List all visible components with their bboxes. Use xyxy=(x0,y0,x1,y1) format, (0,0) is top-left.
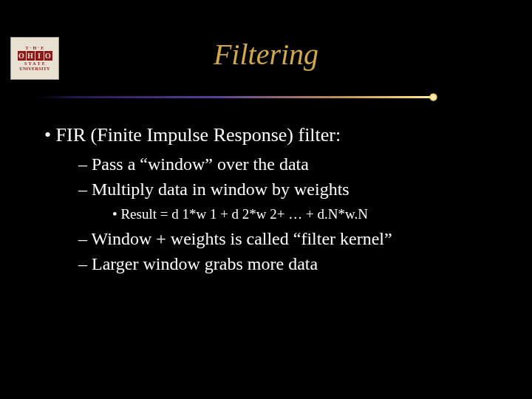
bullet-sub-text: Pass a “window” over the data xyxy=(92,154,309,174)
bullet-sub-text: Window + weights is called “filter kerne… xyxy=(92,229,392,248)
divider-rule xyxy=(37,96,436,98)
bullet-heading: FIR (Finite Impulse Response) filter: xyxy=(44,122,502,148)
bullet-sub: Pass a “window” over the data xyxy=(78,152,502,176)
bullet-sub: Multiply data in window by weights xyxy=(78,177,502,201)
bullet-formula-text: Result = d 1*w 1 + d 2*w 2+ … + d.N*w.N xyxy=(120,206,368,222)
slide-title: Filtering xyxy=(0,37,532,72)
bullet-sub: Larger window grabs more data xyxy=(78,252,502,276)
bullet-heading-text: FIR (Finite Impulse Response) filter: xyxy=(56,124,341,146)
slide-body: FIR (Finite Impulse Response) filter: Pa… xyxy=(44,122,502,276)
bullet-sub-text: Larger window grabs more data xyxy=(92,254,318,273)
bullet-formula: Result = d 1*w 1 + d 2*w 2+ … + d.N*w.N xyxy=(112,205,502,224)
bullet-sub-text: Multiply data in window by weights xyxy=(92,180,349,199)
bullet-sub: Window + weights is called “filter kerne… xyxy=(78,227,502,250)
